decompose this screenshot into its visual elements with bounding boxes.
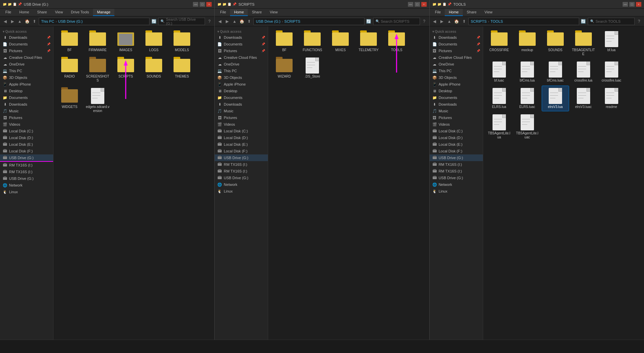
sidebar-item-rm-tx16s--i--[interactable]: RM TX16S (I:) xyxy=(215,161,268,168)
sidebar-item-documents[interactable]: 📁Documents xyxy=(215,94,268,101)
path-segment[interactable]: This PC xyxy=(41,19,54,23)
file-item[interactable]: WIDGETS xyxy=(56,86,83,115)
sidebar-item-usb-drive--g--[interactable]: USB Drive (G:) xyxy=(215,174,268,181)
sidebar-item-3d-objects[interactable]: 📦3D Objects xyxy=(215,74,268,81)
sidebar-item-linux[interactable]: 🐧Linux xyxy=(0,189,53,195)
close-button[interactable]: × xyxy=(421,2,427,7)
sidebar-item-local-disk--f--[interactable]: Local Disk (F:) xyxy=(430,148,483,154)
file-item[interactable]: elrsV3.lua xyxy=(542,86,569,111)
maximize-button[interactable]: □ xyxy=(200,2,205,7)
file-item[interactable]: bf.luac xyxy=(486,60,513,85)
file-item[interactable]: crossfire.luac xyxy=(598,60,625,85)
forward-button[interactable]: ▶ xyxy=(439,18,445,24)
refresh-button[interactable]: ⬆ xyxy=(31,18,37,24)
address-path[interactable]: This PC›USB Drive (G:) xyxy=(39,18,149,25)
sidebar-item-usb-drive--g--[interactable]: USB Drive (G:) xyxy=(0,154,53,162)
sidebar-item-rm-tx16s--i--[interactable]: RM TX16S (I:) xyxy=(215,168,268,174)
search-bar[interactable]: 🔍Search TOOLS xyxy=(588,18,635,25)
sidebar-item-creative-cloud-files[interactable]: ☁Creative Cloud Files xyxy=(215,54,268,61)
sidebar-item-local-disk--d--[interactable]: Local Disk (D:) xyxy=(430,134,483,141)
file-item[interactable]: BF xyxy=(271,29,298,54)
file-item[interactable]: bfCms.luac xyxy=(542,60,569,85)
tab-file[interactable]: File xyxy=(431,9,445,16)
sidebar-item-pictures[interactable]: 🖼Pictures📌 xyxy=(430,47,483,54)
back-button[interactable]: ◀ xyxy=(217,18,223,24)
search-bar[interactable]: 🔍Search SCRIPTS xyxy=(373,18,420,25)
file-item[interactable]: SOUNDS xyxy=(542,29,569,58)
sidebar-item-3d-objects[interactable]: 📦3D Objects xyxy=(430,74,483,81)
file-item[interactable]: LOGS xyxy=(140,29,167,54)
tab-file[interactable]: File xyxy=(216,9,230,16)
sidebar-item-3d-objects[interactable]: 📦3D Objects xyxy=(0,74,53,81)
sidebar-item-videos[interactable]: 🎬Videos xyxy=(430,121,483,128)
search-bar[interactable]: 🔍Search USB Drive (G:) xyxy=(158,18,205,25)
sidebar-item-music[interactable]: 🎵Music xyxy=(430,108,483,114)
file-item[interactable]: SOUNDS xyxy=(140,55,167,85)
forward-button[interactable]: ▶ xyxy=(224,18,230,24)
file-item[interactable]: bf.lua xyxy=(598,29,625,58)
file-item[interactable]: IMAGES xyxy=(112,29,139,54)
path-segment[interactable]: TOOLS xyxy=(491,19,503,23)
file-item[interactable]: SCRIPTS xyxy=(112,55,139,85)
file-item[interactable]: MODELS xyxy=(169,29,195,54)
tab-drive-tools[interactable]: Drive Tools xyxy=(67,9,93,16)
file-item[interactable]: TOOLS xyxy=(383,29,410,54)
file-item[interactable]: mockup xyxy=(514,29,541,58)
up-button[interactable]: ▲ xyxy=(17,18,23,24)
sidebar-item-documents[interactable]: 📄Documents📌 xyxy=(215,41,268,47)
file-item[interactable]: elrsV3.luac xyxy=(570,86,597,111)
file-item[interactable]: THEMES xyxy=(169,55,195,85)
sidebar-item-local-disk--c--[interactable]: Local Disk (C:) xyxy=(0,128,53,134)
sidebar-item-creative-cloud-files[interactable]: ☁Creative Cloud Files xyxy=(0,54,53,61)
address-path[interactable]: SCRIPTS›TOOLS xyxy=(468,18,579,25)
up-button[interactable]: ▲ xyxy=(446,18,452,24)
sidebar-item-downloads[interactable]: ⬇Downloads📌 xyxy=(215,34,268,41)
tab-home[interactable]: Home xyxy=(445,9,462,16)
refresh-button[interactable]: ⬆ xyxy=(246,18,252,24)
minimize-button[interactable]: — xyxy=(408,2,413,7)
file-item[interactable]: FUNCTIONS xyxy=(299,29,326,54)
sidebar-item-local-disk--c--[interactable]: Local Disk (C:) xyxy=(215,128,268,134)
file-item[interactable]: edgetx.sdcard.version xyxy=(84,86,111,115)
sidebar-item-network[interactable]: 🌐Network xyxy=(430,181,483,188)
sidebar-item-rm-tx16s--i--[interactable]: RM TX16S (I:) xyxy=(0,168,53,175)
forward-button[interactable]: ▶ xyxy=(9,18,15,24)
sidebar-item-onedrive[interactable]: ☁OneDrive xyxy=(215,61,268,68)
minimize-button[interactable]: — xyxy=(623,2,628,7)
sidebar-item-creative-cloud-files[interactable]: ☁Creative Cloud Files xyxy=(430,54,483,61)
sidebar-item-apple-iphone[interactable]: 📱Apple iPhone xyxy=(0,81,53,88)
file-item[interactable]: .DS_Store xyxy=(299,55,326,81)
sidebar-item-onedrive[interactable]: ☁OneDrive xyxy=(0,61,53,68)
sidebar-item-usb-drive--g--[interactable]: USB Drive (G:) xyxy=(430,154,483,161)
sidebar-item-pictures[interactable]: 🖼Pictures📌 xyxy=(0,47,53,54)
file-item[interactable]: TELEMETRY xyxy=(355,29,382,54)
file-item[interactable]: CROSSFIRE xyxy=(486,29,513,58)
sidebar-item-apple-iphone[interactable]: 📱Apple iPhone xyxy=(215,81,268,88)
address-path[interactable]: USB Drive (G:)›SCRIPTS xyxy=(253,18,364,25)
sidebar-item-network[interactable]: 🌐Network xyxy=(0,182,53,189)
home-button[interactable]: 🏠 xyxy=(24,18,30,24)
help-button[interactable]: ? xyxy=(421,18,427,24)
up-button[interactable]: ▲ xyxy=(231,18,237,24)
sidebar-item-network[interactable]: 🌐Network xyxy=(215,181,268,188)
sidebar-item-linux[interactable]: 🐧Linux xyxy=(430,188,483,195)
sidebar-item-music[interactable]: 🎵Music xyxy=(215,108,268,114)
close-button[interactable]: × xyxy=(636,2,641,7)
sidebar-item-downloads[interactable]: ⬇Downloads📌 xyxy=(0,34,53,41)
file-item[interactable]: ELRS.lua xyxy=(486,86,513,111)
sidebar-item-downloads[interactable]: ⬇Downloads xyxy=(0,101,53,108)
sidebar-item-pictures[interactable]: 🖼Pictures xyxy=(0,114,53,121)
sidebar-item-rm-tx16s--i--[interactable]: RM TX16S (I:) xyxy=(430,161,483,168)
help-button[interactable]: ? xyxy=(206,18,212,24)
tab-home[interactable]: Home xyxy=(15,9,33,16)
close-button[interactable]: × xyxy=(206,2,212,7)
sidebar-item-local-disk--f--[interactable]: Local Disk (F:) xyxy=(0,148,53,154)
tab-share[interactable]: Share xyxy=(248,9,265,16)
tab-view[interactable]: View xyxy=(51,9,67,16)
sidebar-item-rm-tx16s--i--[interactable]: RM TX16S (I:) xyxy=(0,162,53,168)
sidebar-item-local-disk--d--[interactable]: Local Disk (D:) xyxy=(0,134,53,141)
sidebar-item-rm-tx16s--i--[interactable]: RM TX16S (I:) xyxy=(430,168,483,174)
sidebar-item-documents[interactable]: 📄Documents📌 xyxy=(0,41,53,47)
sidebar-item-linux[interactable]: 🐧Linux xyxy=(215,188,268,195)
path-segment[interactable]: USB Drive (G:) xyxy=(58,19,83,23)
